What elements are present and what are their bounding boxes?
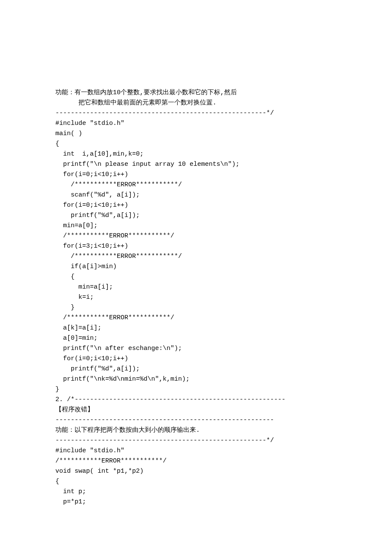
code-line: k=i; — [55, 292, 337, 303]
code-line: p=*p1; — [55, 497, 337, 507]
code-line: /***********ERROR***********/ — [55, 231, 337, 241]
code-line: } — [55, 384, 337, 395]
code-line: } — [55, 303, 337, 313]
code-line: main( ) — [55, 129, 337, 139]
code-line: printf("%d",a[i]); — [55, 211, 337, 221]
code-line: printf("\nk=%d\nmin=%d\n",k,min); — [55, 374, 337, 384]
code-line: printf("\n after eschange:\n"); — [55, 344, 337, 354]
code-line: /***********ERROR***********/ — [55, 180, 337, 190]
code-line: 功能：以下程序把两个数按由大到小的顺序输出来. — [55, 425, 337, 436]
code-line: a[k]=a[i]; — [55, 323, 337, 333]
code-line: #include "stdio.h" — [55, 119, 337, 129]
code-line: void swap( int *p1,*p2) — [55, 466, 337, 477]
code-line: ----------------------------------------… — [55, 415, 337, 425]
code-line: min=a[i]; — [55, 282, 337, 292]
code-line: ----------------------------------------… — [55, 436, 337, 446]
code-line: 把它和数组中最前面的元素即第一个数对换位置. — [55, 98, 337, 108]
code-line: { — [55, 477, 337, 487]
code-line: 2. /*-----------------------------------… — [55, 395, 337, 405]
code-line: ----------------------------------------… — [55, 108, 337, 119]
code-line: #include "stdio.h" — [55, 446, 337, 456]
code-line: int i,a[10],min,k=0; — [55, 149, 337, 159]
code-line: for(i=0;i<10;i++) — [55, 200, 337, 211]
document-body: 功能：有一数组内放10个整数,要求找出最小数和它的下标,然后 把它和数组中最前面… — [55, 88, 337, 507]
code-line: printf("%d",a[i]); — [55, 364, 337, 374]
code-line: for(i=3;i<10;i++) — [55, 241, 337, 251]
code-line: for(i=0;i<10;i++) — [55, 170, 337, 180]
code-line: /***********ERROR***********/ — [55, 313, 337, 323]
code-line: { — [55, 272, 337, 282]
code-line: 功能：有一数组内放10个整数,要求找出最小数和它的下标,然后 — [55, 88, 337, 98]
code-line: printf("\n please input array 10 element… — [55, 159, 337, 170]
code-line: scanf("%d", a[i]); — [55, 190, 337, 200]
code-line: min=a[0]; — [55, 221, 337, 231]
code-line: { — [55, 139, 337, 149]
code-line: if(a[i]>min) — [55, 262, 337, 272]
code-line: 【程序改错】 — [55, 405, 337, 415]
code-line: /***********ERROR***********/ — [55, 456, 337, 466]
code-line: int p; — [55, 487, 337, 497]
code-line: a[0]=min; — [55, 333, 337, 344]
code-line: /***********ERROR***********/ — [55, 251, 337, 262]
code-line: for(i=0;i<10;i++) — [55, 354, 337, 364]
